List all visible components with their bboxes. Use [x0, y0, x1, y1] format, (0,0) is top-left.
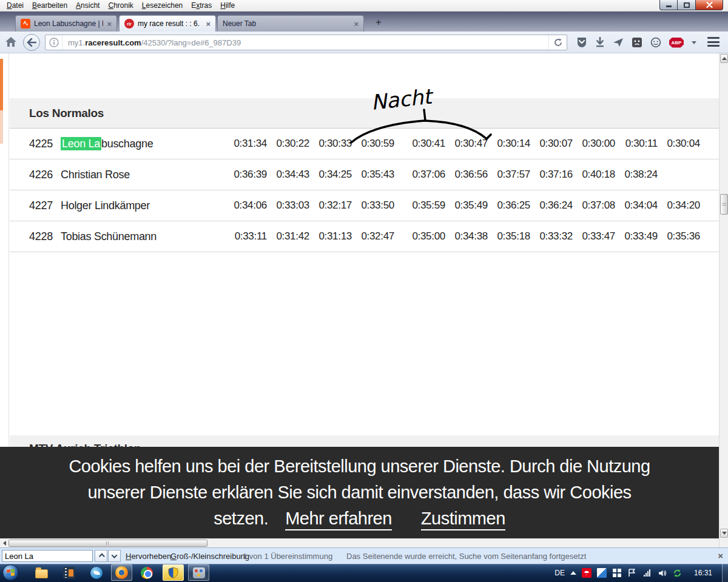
taskbar-thunderbird-button[interactable]: [90, 566, 103, 580]
table-row[interactable]: 4226 Christian Rose 0:36:39 0:34:43 0:34…: [10, 159, 719, 190]
lap-time: 0:34:38: [450, 230, 488, 242]
adblock-plus-icon[interactable]: ABP: [669, 38, 684, 48]
menu-item-lesezeichen[interactable]: Lesezeichen: [138, 1, 187, 11]
sync-tray-icon[interactable]: [673, 568, 682, 578]
send-tab-icon[interactable]: [613, 38, 624, 47]
cookie-text-line3: setzen.Mehr erfahrenZustimmen: [0, 506, 719, 532]
palette-icon: [193, 567, 205, 578]
vertical-scrollbar[interactable]: [719, 53, 728, 547]
grid-tray-icon[interactable]: [612, 568, 622, 578]
match-case-button[interactable]: Groß-/Kleinschreibung: [170, 552, 249, 561]
taskbar: DE ☂ 16:31: [0, 564, 728, 582]
arrow-up-icon: [722, 57, 727, 60]
menu-item-datei[interactable]: Datei: [2, 1, 28, 11]
scroll-down-button[interactable]: [720, 529, 728, 538]
find-input[interactable]: [2, 550, 93, 562]
tab-close-icon[interactable]: ×: [354, 20, 359, 28]
raceresult-favicon-icon: rlr: [124, 19, 134, 28]
tab-close-icon[interactable]: ×: [206, 20, 211, 28]
highlight-all-button[interactable]: Hervorheben: [126, 552, 171, 561]
lap-time: 0:33:11: [229, 230, 267, 242]
lap-time: 0:34:25: [314, 169, 352, 181]
thunderbird-icon: [90, 567, 103, 579]
lap-time: 0:34:43: [272, 169, 309, 181]
table-row[interactable]: 4227 Holger Lindkämper 0:34:06 0:33:03 0…: [10, 190, 719, 221]
lap-time: 0:30:00: [578, 138, 615, 150]
table-row[interactable]: 4225 Leon Labuschagne 0:31:34 0:30:22 0:…: [10, 129, 719, 159]
back-button[interactable]: [23, 34, 40, 51]
show-hidden-icons-button[interactable]: [570, 571, 576, 575]
taskbar-uac-button-flashing[interactable]: [163, 564, 184, 581]
participant-name: Christian Rose: [61, 169, 229, 181]
start-button[interactable]: [2, 564, 19, 581]
lap-time: 0:34:20: [662, 199, 700, 212]
taskbar-chrome-button[interactable]: [140, 566, 153, 580]
abp-dropdown-caret-icon[interactable]: [692, 41, 696, 44]
tab-neuer-tab[interactable]: Neuer Tab ×: [217, 15, 364, 32]
menu-item-hilfe[interactable]: Hilfe: [216, 1, 239, 11]
find-next-button[interactable]: [108, 550, 121, 562]
lap-time: 0:34:04: [620, 199, 658, 212]
table-row[interactable]: 4228 Tobias Schünemann 0:33:11 0:31:42 0…: [10, 221, 719, 252]
cookie-text-line2: unserer Dienste erklären Sie sich damit …: [0, 480, 719, 506]
minimize-button[interactable]: [659, 0, 678, 10]
network-signal-icon[interactable]: [642, 568, 652, 578]
accept-cookies-link[interactable]: Zustimmen: [421, 509, 505, 530]
lap-time: 0:38:24: [620, 169, 658, 181]
tab-strava-result[interactable]: Leon Labuschagne | Radfa... ×: [15, 15, 117, 32]
site-info-button[interactable]: [46, 35, 62, 50]
firefox-icon: [115, 566, 128, 579]
lap-time: 0:30:33: [314, 138, 352, 150]
download-icon[interactable]: [595, 37, 605, 48]
avira-tray-icon[interactable]: ☂: [582, 568, 592, 578]
menu-label-part: esezeichen: [146, 1, 183, 10]
language-indicator[interactable]: DE: [554, 569, 565, 577]
more-info-link[interactable]: Mehr erfahren: [285, 509, 392, 530]
blue-diagonal-tray-icon[interactable]: [597, 568, 607, 578]
participant-name-rest: Christian Rose: [61, 169, 130, 181]
show-desktop-button[interactable]: [722, 564, 728, 582]
taskbar-clock[interactable]: 16:31: [694, 569, 712, 577]
scroll-left-button[interactable]: [1, 540, 8, 547]
thumb-grip: [722, 203, 726, 207]
taskbar-paint-button[interactable]: [188, 564, 209, 581]
horizontal-scrollbar[interactable]: [0, 538, 728, 547]
open-menu-button[interactable]: [707, 37, 720, 47]
close-findbar-button[interactable]: ×: [718, 550, 723, 561]
maximize-button[interactable]: [678, 0, 695, 10]
tab-close-icon[interactable]: ×: [107, 20, 112, 28]
url-bar[interactable]: my1.raceresult.com/42530/?lang=de#6_987D…: [45, 35, 567, 50]
taskbar-media-player-button[interactable]: [62, 566, 76, 580]
find-previous-button[interactable]: [95, 550, 107, 562]
pocket-icon[interactable]: [576, 37, 587, 48]
lap-time: 0:30:59: [357, 138, 394, 150]
new-tab-button[interactable]: +: [371, 16, 386, 29]
addon-frown-icon[interactable]: [632, 37, 642, 48]
menu-item-ansicht[interactable]: Ansicht: [72, 1, 104, 11]
participant-name-rest: Holger Lindkämper: [61, 199, 150, 212]
arrow-down-icon: [722, 532, 727, 535]
menu-item-chronik[interactable]: Chronik: [104, 1, 137, 11]
close-window-button[interactable]: [695, 0, 723, 10]
horizontal-scrollbar-thumb[interactable]: [8, 540, 207, 547]
menu-item-extras[interactable]: Extras: [187, 1, 216, 11]
windows-logo-icon: [7, 569, 15, 577]
find-bar: Hervorheben Groß-/Kleinschreibung 1 von …: [0, 547, 728, 564]
action-center-flag-icon[interactable]: [627, 568, 637, 578]
lap-time: 0:33:03: [272, 199, 309, 212]
participant-name: Holger Lindkämper: [61, 199, 229, 212]
addon-smiley-icon[interactable]: [650, 37, 661, 48]
maximize-icon: [684, 2, 690, 8]
bib-number: 4228: [29, 230, 61, 243]
taskbar-firefox-button-active[interactable]: [111, 564, 132, 581]
vertical-scrollbar-thumb[interactable]: [720, 194, 728, 215]
tab-my-race-result[interactable]: rlr my race result : : 6. 24H-M... ×: [119, 15, 216, 32]
menu-label-accel: H: [220, 1, 226, 10]
home-button[interactable]: [5, 36, 18, 48]
menu-item-bearbeiten[interactable]: Bearbeiten: [28, 1, 72, 11]
volume-icon[interactable]: [658, 568, 667, 578]
bib-number: 4225: [29, 138, 61, 150]
reload-button[interactable]: [548, 35, 567, 50]
taskbar-explorer-button[interactable]: [35, 566, 49, 580]
scroll-up-button[interactable]: [720, 54, 728, 63]
